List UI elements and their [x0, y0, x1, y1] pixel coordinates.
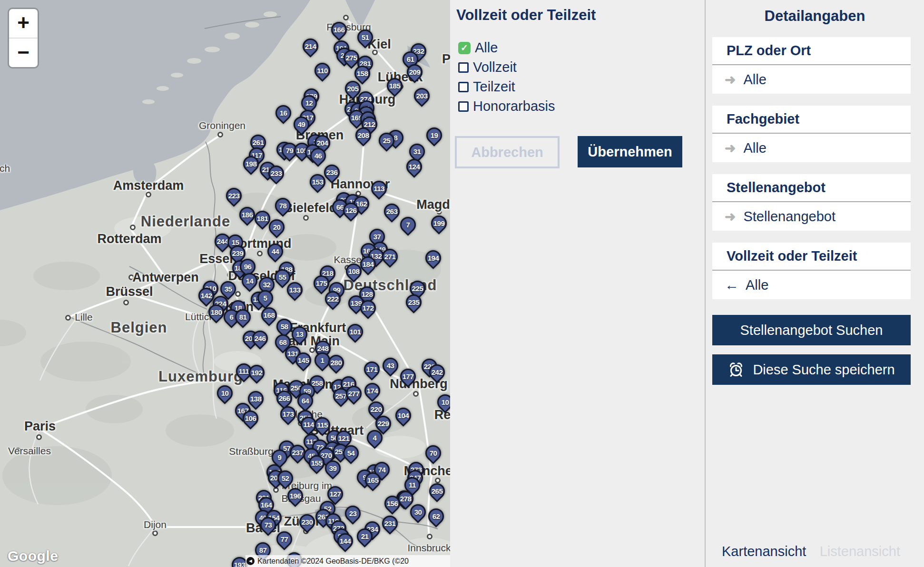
zoom-out-button[interactable]: −	[9, 38, 38, 67]
map-pin[interactable]: 62	[425, 505, 447, 528]
filter-option-honorarbasis[interactable]: Honorarbasis	[458, 97, 555, 116]
map-pin[interactable]: 196	[284, 485, 306, 507]
map-pin[interactable]: 14	[238, 270, 261, 292]
map-pin[interactable]: 39	[322, 457, 344, 479]
map-pin[interactable]: 126	[340, 199, 362, 222]
map-pin[interactable]: 242	[426, 361, 448, 383]
map-pin[interactable]: 44	[264, 240, 286, 263]
map-pin[interactable]: 271	[379, 245, 401, 268]
map-pin[interactable]: 208	[352, 124, 374, 147]
cancel-button[interactable]: Abbrechen	[455, 136, 560, 168]
map-pin[interactable]: 198	[240, 153, 262, 175]
map-pin[interactable]: 13	[288, 323, 311, 345]
list-view-tab[interactable]: Listenansicht	[820, 544, 900, 559]
detail-section-value[interactable]: ➜Alle	[712, 134, 911, 162]
map-pin[interactable]: 153	[306, 171, 329, 193]
map-pin-count: 174	[364, 382, 381, 399]
map-pin[interactable]: 49	[290, 113, 313, 136]
map-pin[interactable]: 4	[364, 427, 386, 449]
map-pin[interactable]: 173	[277, 403, 299, 425]
detail-section-value[interactable]: ←Alle	[712, 271, 911, 299]
map-pin[interactable]: 108	[343, 260, 365, 283]
detail-section-title: Stellenangebot	[712, 174, 911, 202]
map-pin[interactable]: 171	[361, 358, 383, 381]
filter-option-teilzeit[interactable]: Teilzeit	[458, 77, 555, 97]
checkbox-checked-icon[interactable]: ✓	[458, 42, 471, 54]
checkbox-unchecked-icon[interactable]	[458, 82, 469, 92]
map-pin[interactable]: 209	[403, 61, 426, 83]
map-pin[interactable]: 25	[375, 129, 398, 152]
map-pin[interactable]: 174	[361, 380, 383, 402]
map-pin[interactable]: 78	[272, 195, 294, 217]
map-pin[interactable]: 10	[214, 382, 236, 404]
map-pin[interactable]: 52	[274, 467, 296, 489]
map-pin[interactable]: 156	[381, 492, 403, 515]
map-pin[interactable]: 10	[434, 391, 450, 413]
map-view-tab[interactable]: Kartenansicht	[722, 544, 806, 559]
map-pin[interactable]: 172	[357, 297, 379, 319]
map-pin[interactable]: 77	[273, 528, 295, 550]
map-pin[interactable]: 30	[407, 501, 429, 523]
map-pin[interactable]: 177	[397, 365, 419, 388]
map-pin[interactable]: 230	[296, 511, 318, 533]
map-pin[interactable]: 106	[239, 407, 262, 430]
checkbox-unchecked-icon[interactable]	[458, 101, 469, 112]
map-pin[interactable]: 7	[397, 214, 419, 236]
map-pin[interactable]: 5	[254, 287, 276, 309]
map-pin[interactable]: 46	[307, 145, 329, 167]
map-pin[interactable]: 101	[344, 321, 366, 343]
detail-section-value[interactable]: ➜Alle	[712, 65, 911, 94]
map-pin[interactable]: 214	[299, 35, 322, 58]
filter-option-alle[interactable]: ✓Alle	[458, 38, 555, 58]
checkbox-unchecked-icon[interactable]	[458, 62, 469, 73]
map-pin[interactable]: 235	[403, 291, 425, 313]
google-logo[interactable]: Google	[8, 548, 58, 564]
map-pin[interactable]: 280	[325, 352, 347, 374]
map-pin[interactable]: 145	[292, 349, 315, 371]
map-pin[interactable]: 43	[379, 354, 402, 377]
map-pin[interactable]: 203	[411, 85, 433, 107]
map-pin[interactable]: 19	[423, 124, 445, 147]
map-pin[interactable]: 144	[334, 530, 356, 552]
attribution-collapse-icon[interactable]: ◄	[246, 557, 255, 565]
map-pin[interactable]: 185	[383, 75, 406, 97]
map-pin[interactable]: 192	[246, 362, 268, 384]
map-pin[interactable]: 277	[343, 382, 365, 405]
map-pin[interactable]: 104	[392, 404, 414, 427]
map-pin[interactable]: 166	[328, 19, 350, 41]
map-pin[interactable]: 51	[354, 26, 376, 49]
filter-options: ✓AlleVollzeitTeilzeitHonorarbasis	[458, 38, 555, 116]
map-pin[interactable]: 16	[272, 102, 295, 124]
map-pin[interactable]: 199	[428, 212, 450, 235]
apply-button[interactable]: Übernehmen	[578, 136, 682, 167]
map-pin[interactable]: 113	[368, 177, 390, 200]
map-pin[interactable]: 231	[379, 512, 401, 535]
map-pin[interactable]: 20	[265, 216, 288, 238]
map-city-label: Lille	[75, 312, 92, 323]
map-pin[interactable]: 21	[354, 525, 376, 547]
detail-section-value[interactable]: ➜Stellenangebot	[712, 202, 911, 231]
map-pin[interactable]: 81	[232, 306, 254, 328]
filter-option-vollzeit[interactable]: Vollzeit	[458, 58, 555, 77]
map-pin[interactable]: 223	[223, 185, 245, 207]
map-pin[interactable]: 233	[265, 162, 287, 185]
map-pin[interactable]: 194	[422, 247, 444, 269]
save-search-button[interactable]: Diese Suche speichern	[712, 354, 911, 385]
map-pin[interactable]: 246	[249, 327, 271, 350]
map-pin[interactable]: 110	[311, 59, 334, 82]
zoom-in-button[interactable]: +	[9, 9, 38, 38]
map-pin[interactable]: 165	[362, 469, 384, 491]
map-pin[interactable]: 222	[322, 288, 344, 310]
map-pin[interactable]: 265	[426, 480, 448, 502]
map-town-dot	[303, 215, 309, 221]
map-pin-count: 126	[343, 202, 359, 219]
map-pin-count: 233	[268, 165, 285, 182]
search-jobs-button[interactable]: Stellenangebot Suchen	[712, 315, 911, 345]
map-pin[interactable]: 133	[284, 279, 306, 301]
map-pin[interactable]: 70	[422, 442, 444, 464]
map-pin-count: 49	[293, 116, 310, 133]
map-pin[interactable]: 124	[403, 156, 425, 178]
map-canvas[interactable]: FlensburgKielLübeckHamburgBremenGroninge…	[0, 0, 450, 567]
map-pin[interactable]: 64	[294, 390, 316, 412]
map-pin[interactable]: 54	[340, 442, 362, 464]
